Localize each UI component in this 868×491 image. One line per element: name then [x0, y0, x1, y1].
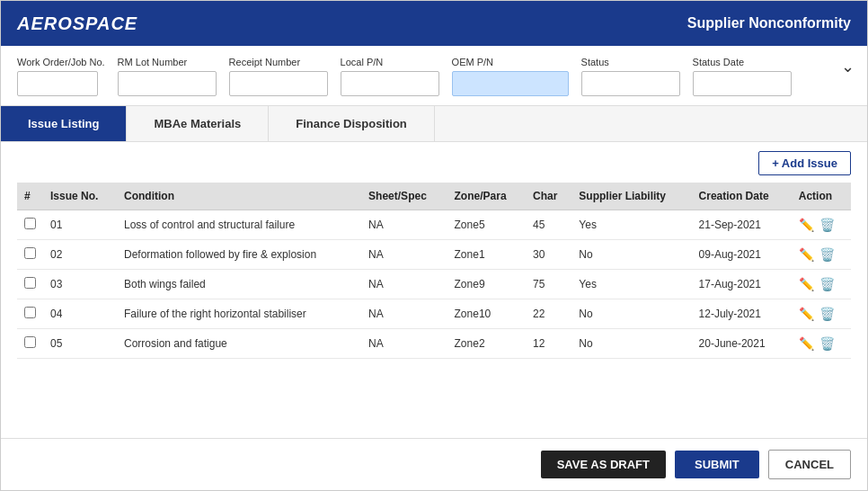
row-zone-para: Zone10: [447, 299, 527, 329]
tabs-bar: Issue Listing MBAe Materials Finance Dis…: [1, 106, 867, 142]
row-checkbox-cell: [17, 210, 43, 240]
edit-icon[interactable]: ✏️: [799, 218, 814, 232]
receipt-number-field: Receipt Number: [229, 57, 328, 96]
edit-icon[interactable]: ✏️: [799, 307, 814, 321]
delete-icon[interactable]: 🗑️: [819, 336, 835, 351]
row-issue-no: 03: [43, 270, 117, 299]
edit-icon[interactable]: ✏️: [799, 277, 814, 291]
delete-icon[interactable]: 🗑️: [819, 277, 835, 291]
row-action-cell: ✏️ 🗑️: [792, 210, 851, 240]
row-char: 75: [526, 270, 571, 299]
row-checkbox-cell: [17, 299, 43, 329]
row-creation-date: 12-July-2021: [692, 299, 792, 329]
row-checkbox[interactable]: [24, 277, 36, 289]
row-char: 12: [526, 329, 571, 359]
row-sheet-spec: NA: [361, 329, 447, 359]
col-creation-date: Creation Date: [692, 183, 792, 210]
app-logo: AEROSPACE: [17, 13, 137, 34]
edit-icon[interactable]: ✏️: [799, 247, 814, 262]
row-zone-para: Zone5: [447, 210, 527, 240]
delete-icon[interactable]: 🗑️: [819, 218, 835, 232]
table-header-row: # Issue No. Condition Sheet/Spec Zone/Pa…: [17, 183, 851, 210]
filter-form: Work Order/Job No. RM Lot Number Receipt…: [1, 46, 867, 106]
work-order-label: Work Order/Job No.: [17, 57, 105, 67]
row-creation-date: 17-Aug-2021: [692, 270, 792, 299]
col-action: Action: [792, 183, 851, 210]
save-draft-button[interactable]: SAVE AS DRAFT: [541, 451, 666, 478]
row-char: 30: [526, 240, 571, 270]
row-creation-date: 20-June-2021: [692, 329, 792, 359]
rm-lot-field: RM Lot Number: [118, 57, 217, 96]
status-date-input[interactable]: [693, 71, 792, 96]
status-input[interactable]: [581, 71, 680, 96]
local-pn-input[interactable]: [341, 71, 439, 96]
row-condition: Loss of control and structural failure: [117, 210, 361, 240]
row-zone-para: Zone9: [447, 270, 527, 299]
action-buttons: ✏️ 🗑️: [799, 307, 844, 321]
table-row: 04 Failure of the right horizontal stabi…: [17, 299, 851, 329]
col-zone-para: Zone/Para: [447, 183, 527, 210]
rm-lot-label: RM Lot Number: [118, 57, 217, 67]
row-condition: Corrosion and fatigue: [117, 329, 361, 359]
col-sheet-spec: Sheet/Spec: [361, 183, 447, 210]
issues-table: # Issue No. Condition Sheet/Spec Zone/Pa…: [17, 183, 851, 359]
row-creation-date: 21-Sep-2021: [692, 210, 792, 240]
submit-button[interactable]: SUBMIT: [675, 451, 759, 478]
rm-lot-input[interactable]: [118, 71, 217, 96]
status-label: Status: [581, 57, 680, 67]
add-issue-row: + Add Issue: [17, 151, 851, 175]
table-row: 05 Corrosion and fatigue NA Zone2 12 No …: [17, 329, 851, 359]
row-zone-para: Zone1: [447, 240, 527, 270]
row-sheet-spec: NA: [361, 270, 447, 299]
table-row: 03 Both wings failed NA Zone9 75 Yes 17-…: [17, 270, 851, 299]
work-order-input[interactable]: [17, 71, 98, 96]
edit-icon[interactable]: ✏️: [799, 336, 814, 351]
row-condition: Both wings failed: [117, 270, 361, 299]
action-buttons: ✏️ 🗑️: [799, 218, 844, 232]
row-sheet-spec: NA: [361, 210, 447, 240]
tab-finance-disposition[interactable]: Finance Disposition: [269, 106, 435, 141]
oem-pn-input[interactable]: [452, 71, 569, 96]
row-zone-para: Zone2: [447, 329, 527, 359]
footer-actions: SAVE AS DRAFT SUBMIT CANCEL: [1, 438, 867, 490]
col-condition: Condition: [117, 183, 361, 210]
table-row: 02 Deformation followed by fire & explos…: [17, 240, 851, 270]
tab-issue-listing[interactable]: Issue Listing: [1, 106, 127, 141]
row-char: 22: [526, 299, 571, 329]
oem-pn-label: OEM P/N: [452, 57, 569, 67]
row-checkbox[interactable]: [24, 336, 36, 348]
row-issue-no: 02: [43, 240, 117, 270]
row-supplier-liability: Yes: [571, 270, 691, 299]
issue-listing-panel: + Add Issue # Issue No. Condition Sheet/…: [1, 142, 867, 438]
row-checkbox[interactable]: [24, 307, 36, 318]
add-issue-button[interactable]: + Add Issue: [758, 151, 851, 175]
delete-icon[interactable]: 🗑️: [819, 307, 835, 321]
row-checkbox-cell: [17, 270, 43, 299]
delete-icon[interactable]: 🗑️: [819, 247, 835, 262]
receipt-number-input[interactable]: [229, 71, 328, 96]
collapse-button[interactable]: ⌄: [841, 57, 855, 76]
col-supplier-liability: Supplier Liability: [571, 183, 691, 210]
row-checkbox-cell: [17, 240, 43, 270]
receipt-number-label: Receipt Number: [229, 57, 328, 67]
header: AEROSPACE Supplier Nonconformity: [1, 1, 867, 46]
row-condition: Deformation followed by fire & explosion: [117, 240, 361, 270]
action-buttons: ✏️ 🗑️: [799, 336, 844, 351]
col-issue-no: Issue No.: [43, 183, 117, 210]
row-checkbox-cell: [17, 329, 43, 359]
action-buttons: ✏️ 🗑️: [799, 247, 844, 262]
table-row: 01 Loss of control and structural failur…: [17, 210, 851, 240]
col-char: Char: [526, 183, 571, 210]
row-action-cell: ✏️ 🗑️: [792, 270, 851, 299]
row-checkbox[interactable]: [24, 247, 36, 259]
page-title: Supplier Nonconformity: [687, 15, 851, 31]
row-checkbox[interactable]: [24, 218, 36, 229]
row-action-cell: ✏️ 🗑️: [792, 299, 851, 329]
row-supplier-liability: No: [571, 299, 691, 329]
work-order-field: Work Order/Job No.: [17, 57, 105, 96]
cancel-button[interactable]: CANCEL: [768, 450, 851, 479]
row-issue-no: 04: [43, 299, 117, 329]
tab-mbae-materials[interactable]: MBAe Materials: [127, 106, 269, 141]
status-field: Status: [581, 57, 680, 96]
row-action-cell: ✏️ 🗑️: [792, 329, 851, 359]
